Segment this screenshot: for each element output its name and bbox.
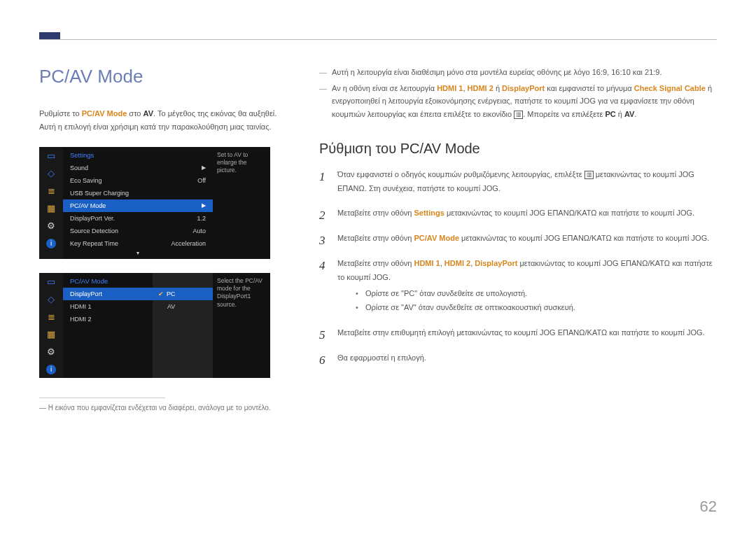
picture-icon: ◇ [39,164,63,182]
chevron-right-icon: ▶ [202,164,206,171]
osd-option-pc: ✔PC [153,288,213,300]
sliders-icon: ≣ [39,308,63,325]
page-title: PC/AV Mode [39,66,298,87]
header-accent [39,32,60,39]
osd-sidebar-icons: ▭ ◇ ≣ ▦ ⚙ i [39,147,63,259]
osd-sidebar-icons: ▭ ◇ ≣ ▦ ⚙ i [39,273,63,378]
note-item: Αν η οθόνη είναι σε λειτουργία HDMI 1, H… [319,82,717,121]
step-item: Μεταβείτε στην οθόνη HDMI 1, HDMI 2, Dis… [319,257,717,315]
osd-row-displayport: DisplayPort [63,288,153,300]
osd-row-sound: Sound▶ [63,162,213,174]
info-icon: i [39,234,63,252]
step-item: Όταν εμφανιστεί ο οδηγός κουμπιών ρυθμιζ… [319,168,717,196]
osd-source-list: PC/AV Mode DisplayPort HDMI 1 HDMI 2 [63,273,153,378]
osd-pcav-screenshot: ▭ ◇ ≣ ▦ ⚙ i PC/AV Mode DisplayPort HDMI … [39,273,270,378]
right-column: Αυτή η λειτουργία είναι διαθέσιμη μόνο σ… [319,66,717,377]
intro-block: Ρυθμίστε το PC/AV Mode στο AV. Το μέγεθο… [39,107,298,133]
section-heading: Ρύθμιση του PC/AV Mode [319,141,717,157]
gear-icon: ⚙ [39,343,63,360]
osd-row-keyrepeat: Key Repeat TimeAcceleration [63,237,213,250]
bullet-item: Ορίστε σε "PC" όταν συνδεθείτε σε υπολογ… [356,286,717,301]
step-item: Θα εφαρμοστεί η επιλογή. [319,351,717,365]
info-icon: i [39,360,63,378]
menu-icon: ▥ [514,111,523,119]
header-rule [39,39,717,40]
note-list: Αυτή η λειτουργία είναι διαθέσιμη μόνο σ… [319,66,717,121]
note-item: Αυτή η λειτουργία είναι διαθέσιμη μόνο σ… [319,66,717,79]
osd-row-pcav: PC/AV Mode▶ [63,199,213,212]
intro-highlight: PC/AV Mode [82,109,127,118]
intro-text: Αυτή η επιλογή είναι χρήσιμη κατά την πα… [39,120,298,134]
picture-icon: ◇ [39,290,63,308]
step-item: Μεταβείτε στην επιθυμητή επιλογή μετακιν… [319,326,717,340]
check-icon: ✔ [158,290,164,297]
intro-text: στο [127,109,143,118]
grid-icon: ▦ [39,325,63,343]
footnote: ― Η εικόνα που εμφανίζεται ενδέχεται να … [39,404,298,412]
osd-row-hdmi2: HDMI 2 [63,313,153,325]
gear-icon: ⚙ [39,217,63,234]
chevron-right-icon: ▶ [202,202,206,209]
osd-hint: Set to AV to enlarge the picture. [213,147,270,259]
intro-highlight: AV [144,109,153,118]
osd-heading: Settings [63,147,213,162]
step-item: Μεταβείτε στην οθόνη Settings μετακινώντ… [319,206,717,220]
osd-row-eco: Eco SavingOff [63,174,213,187]
osd-row-dpver: DisplayPort Ver.1.2 [63,212,213,225]
grid-icon: ▦ [39,199,63,217]
sub-bullets: Ορίστε σε "PC" όταν συνδεθείτε σε υπολογ… [356,286,717,316]
sliders-icon: ≣ [39,182,63,199]
osd-row-source: Source DetectionAuto [63,225,213,237]
osd-option-av: AV [153,300,213,313]
intro-text: Ρυθμίστε το [39,109,82,118]
osd-list: Settings Sound▶ Eco SavingOff USB Super … [63,147,213,259]
page-number: 62 [700,498,717,516]
steps-list: Όταν εμφανιστεί ο οδηγός κουμπιών ρυθμιζ… [319,168,717,365]
menu-icon: ▥ [584,171,594,179]
osd-settings-screenshot: ▭ ◇ ≣ ▦ ⚙ i Settings Sound▶ Eco SavingOf… [39,147,270,259]
osd-hint: Select the PC/AV mode for the DisplayPor… [213,273,270,378]
footnote-rule [39,398,165,398]
monitor-icon: ▭ [39,147,63,164]
osd-heading: PC/AV Mode [63,273,153,288]
step-item: Μεταβείτε στην οθόνη PC/AV Mode μετακινώ… [319,232,717,246]
chevron-down-icon: ▾ [63,250,213,259]
intro-text: . Το μέγεθος της εικόνας θα αυξηθεί. [153,109,276,118]
left-column: PC/AV Mode Ρυθμίστε το PC/AV Mode στο AV… [39,66,298,412]
monitor-icon: ▭ [39,273,63,290]
bullet-item: Ορίστε σε "AV" όταν συνδεθείτε σε οπτικο… [356,300,717,315]
osd-row-hdmi1: HDMI 1 [63,300,153,313]
osd-option-col: ✔PC AV [153,273,213,378]
osd-row-usb: USB Super Charging [63,187,213,199]
